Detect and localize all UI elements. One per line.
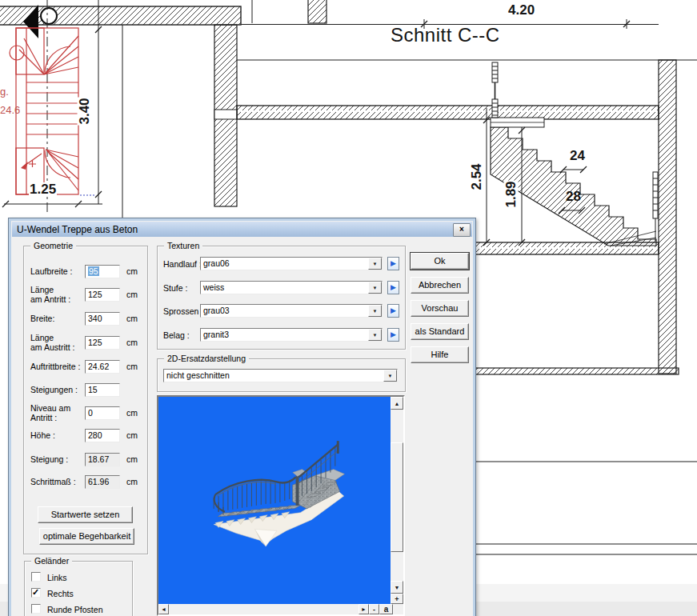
unit-label: cm	[126, 266, 138, 276]
group-texturen: Texturen Handlauf : grau06 ▼ ▶ Stufe : w…	[157, 246, 406, 350]
stair-render	[158, 397, 391, 604]
stufe-combobox[interactable]: weiss ▼	[200, 281, 383, 294]
ersatzdarstellung-combobox[interactable]: nicht geschnitten ▼	[163, 369, 398, 382]
unit-label: cm	[126, 338, 138, 347]
field-label: Länge am Antritt :	[30, 285, 70, 304]
chevron-down-icon[interactable]: ▼	[383, 370, 397, 382]
niveau-antritt-value: 0	[88, 408, 93, 418]
handlauf-texture-browse-button[interactable]: ▶	[387, 257, 399, 270]
dimension-label-plan-width: 1.25	[29, 182, 57, 197]
field-label: Handlauf :	[163, 259, 202, 269]
laenge-austritt-field[interactable]: 125	[85, 336, 120, 350]
ersatzdarstellung-value: nicht geschnitten	[166, 370, 230, 381]
auftrittbreite-field[interactable]: 24.62	[85, 360, 120, 374]
field-label: Laufbreite :	[30, 266, 73, 276]
dimension-label-height-partial: 1.89	[504, 180, 519, 208]
group-gelaender: Geländer Links ✓ Rechts Runde Pfosten	[24, 561, 133, 616]
dimension-label-top: 4.20	[507, 3, 535, 18]
laufbreite-field[interactable]: 95	[85, 265, 120, 278]
arrow-right-icon: ►	[361, 606, 367, 612]
unit-label: cm	[126, 314, 138, 323]
runde-pfosten-label: Runde Pfosten	[47, 605, 102, 614]
hoehe-field[interactable]: 280	[85, 429, 120, 442]
unit-label: cm	[126, 430, 138, 440]
unit-label: cm	[126, 362, 138, 371]
scroll-left-button[interactable]: ◄	[158, 604, 169, 614]
startwerte-setzen-button[interactable]: Startwerte setzen	[38, 506, 133, 523]
close-icon: ×	[459, 225, 464, 234]
field-label: Länge am Austritt :	[30, 333, 74, 352]
group-2d-label: 2D-Ersatzdarstellung	[164, 354, 249, 364]
ok-button[interactable]: Ok	[411, 253, 469, 270]
hilfe-button[interactable]: Hilfe	[411, 346, 469, 363]
play-icon: ▶	[391, 330, 396, 338]
handlauf-combobox[interactable]: grau06 ▼	[200, 257, 383, 270]
chevron-down-icon[interactable]: ▼	[368, 305, 382, 317]
group-2d-ersatzdarstellung: 2D-Ersatzdarstellung nicht geschnitten ▼	[157, 358, 406, 392]
rechts-label: Rechts	[47, 589, 74, 598]
arrow-down-icon: ▼	[395, 585, 400, 590]
zoom-out-button[interactable]: -	[369, 604, 379, 614]
vertical-scroll-thumb[interactable]	[391, 442, 403, 552]
steigung-value: 18.67	[88, 454, 109, 464]
laenge-austritt-value: 125	[88, 338, 102, 347]
schrittmass-field: 61.96	[85, 475, 120, 489]
links-checkbox[interactable]	[31, 572, 41, 582]
runde-pfosten-checkbox[interactable]	[31, 604, 41, 614]
close-button[interactable]: ×	[453, 223, 471, 237]
stufe-texture-browse-button[interactable]: ▶	[387, 281, 399, 294]
laenge-antritt-field[interactable]: 125	[85, 288, 120, 302]
breite-field[interactable]: 340	[85, 312, 120, 326]
zoom-in-button[interactable]: +	[391, 594, 403, 604]
als-standard-button[interactable]: als Standard	[411, 323, 469, 340]
niveau-antritt-field[interactable]: 0	[85, 406, 120, 420]
field-label: Breite:	[30, 314, 54, 323]
belag-combobox[interactable]: granit3 ▼	[200, 328, 383, 342]
preview-3d-viewport[interactable]	[158, 397, 391, 604]
arrow-left-icon: ◄	[161, 606, 166, 612]
dialog-titlebar[interactable]: U-Wendel Treppe aus Beton	[12, 222, 472, 237]
chevron-down-icon[interactable]: ▼	[368, 282, 382, 294]
fit-icon: a	[384, 605, 389, 614]
abbrechen-button[interactable]: Abbrechen	[411, 277, 469, 294]
dialog-title: U-Wendel Treppe aus Beton	[17, 224, 138, 235]
scroll-right-button[interactable]: ►	[359, 604, 369, 614]
fit-view-button[interactable]: a	[379, 604, 393, 614]
group-geometrie-label: Geometrie	[30, 241, 76, 251]
steigungen-field[interactable]: 15	[85, 383, 120, 397]
preview-horizontal-scrollbar[interactable]: ◄ ► - a	[158, 604, 403, 614]
unit-label: cm	[126, 290, 138, 299]
horizontal-scroll-track[interactable]	[169, 604, 359, 614]
dimension-label-tread: 24	[569, 149, 586, 163]
group-texturen-label: Texturen	[164, 241, 202, 251]
handlauf-value: grau06	[203, 258, 230, 269]
plan-note-partial-1: g.	[0, 86, 9, 98]
steigung-field: 18.67	[85, 453, 120, 466]
links-label: Links	[47, 573, 67, 582]
chevron-down-icon[interactable]: ▼	[368, 329, 382, 341]
sprossen-combobox[interactable]: grau03 ▼	[200, 304, 383, 318]
plus-icon: +	[395, 595, 399, 603]
optimale-begehbarkeit-button[interactable]: optimale Begehbarkeit	[39, 528, 134, 545]
chevron-down-icon[interactable]: ▼	[368, 258, 382, 270]
scroll-down-button[interactable]: ▼	[391, 581, 403, 594]
dialog-u-wendel-treppe: U-Wendel Treppe aus Beton × Geometrie La…	[8, 218, 476, 616]
laufbreite-value: 95	[88, 266, 99, 276]
dimension-label-plan-height: 3.40	[78, 97, 92, 125]
arrow-up-icon: ▲	[395, 401, 400, 406]
belag-value: granit3	[203, 330, 229, 340]
rechts-checkbox[interactable]: ✓	[31, 588, 41, 598]
scroll-up-button[interactable]: ▲	[391, 397, 403, 410]
vorschau-button[interactable]: Vorschau	[411, 300, 469, 317]
belag-texture-browse-button[interactable]: ▶	[387, 328, 399, 342]
plan-note-partial-2: 24.6	[0, 105, 20, 116]
minus-icon: -	[373, 606, 375, 614]
preview-vertical-scrollbar[interactable]: ▲ ▼ +	[391, 397, 403, 604]
schrittmass-value: 61.96	[88, 477, 109, 486]
breite-value: 340	[88, 314, 102, 323]
unit-label: cm	[126, 477, 138, 486]
unit-label: cm	[126, 408, 138, 418]
sprossen-texture-browse-button[interactable]: ▶	[387, 304, 399, 318]
sprossen-value: grau03	[203, 306, 230, 316]
unit-label: cm	[126, 454, 138, 464]
